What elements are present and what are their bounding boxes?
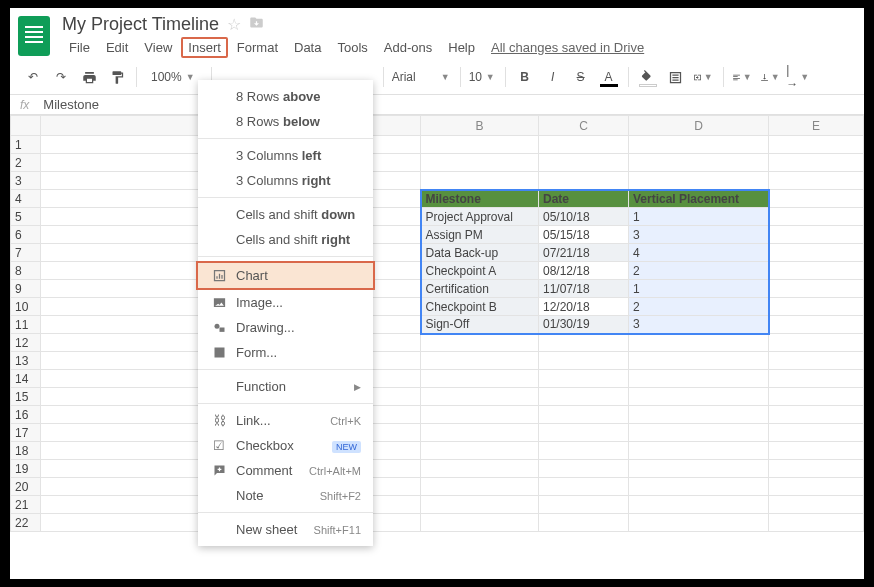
cell[interactable] (629, 352, 769, 370)
sheets-logo[interactable] (18, 16, 50, 56)
cell[interactable] (421, 496, 539, 514)
cell[interactable]: 08/12/18 (539, 262, 629, 280)
row-10[interactable]: 10Checkpoint B12/20/182 (11, 298, 864, 316)
cell[interactable] (769, 190, 864, 208)
valign-icon[interactable]: ▼ (760, 66, 782, 88)
cell[interactable] (629, 460, 769, 478)
paint-format-icon[interactable] (106, 66, 128, 88)
cell[interactable]: 01/30/19 (539, 316, 629, 334)
cell[interactable] (769, 298, 864, 316)
row-7[interactable]: 7Data Back-up07/21/184 (11, 244, 864, 262)
cell[interactable]: 05/15/18 (539, 226, 629, 244)
row-2[interactable]: 2 (11, 154, 864, 172)
cell[interactable] (539, 496, 629, 514)
menu-tools[interactable]: Tools (330, 37, 374, 58)
font-select[interactable]: Arial▼ (392, 70, 452, 84)
row-12[interactable]: 12 (11, 334, 864, 352)
row-22[interactable]: 22 (11, 514, 864, 532)
menu-help[interactable]: Help (441, 37, 482, 58)
cell[interactable] (539, 424, 629, 442)
row-15[interactable]: 15 (11, 388, 864, 406)
column-headers[interactable]: A B C D E (11, 116, 864, 136)
insert-note[interactable]: NoteShift+F2 (198, 483, 373, 508)
cell[interactable] (629, 478, 769, 496)
cell[interactable] (421, 424, 539, 442)
cell[interactable] (769, 334, 864, 352)
row-9[interactable]: 9Certification11/07/181 (11, 280, 864, 298)
cell[interactable] (539, 406, 629, 424)
insert-cells-down[interactable]: Cells and shift down (198, 202, 373, 227)
cell[interactable] (769, 226, 864, 244)
cell[interactable] (421, 460, 539, 478)
menu-edit[interactable]: Edit (99, 37, 135, 58)
move-folder-icon[interactable] (249, 15, 264, 34)
cell[interactable] (769, 352, 864, 370)
redo-icon[interactable]: ↷ (50, 66, 72, 88)
cell[interactable] (769, 262, 864, 280)
cell[interactable]: Checkpoint B (421, 298, 539, 316)
cell[interactable] (769, 244, 864, 262)
cell[interactable] (769, 478, 864, 496)
cell[interactable] (421, 514, 539, 532)
undo-icon[interactable]: ↶ (22, 66, 44, 88)
print-icon[interactable] (78, 66, 100, 88)
borders-icon[interactable] (665, 66, 687, 88)
cell[interactable]: Certification (421, 280, 539, 298)
cell[interactable]: Data Back-up (421, 244, 539, 262)
cell[interactable] (629, 154, 769, 172)
row-3[interactable]: 3 (11, 172, 864, 190)
italic-icon[interactable]: I (542, 66, 564, 88)
menu-format[interactable]: Format (230, 37, 285, 58)
menu-data[interactable]: Data (287, 37, 328, 58)
cell[interactable] (629, 334, 769, 352)
cell[interactable] (539, 460, 629, 478)
row-18[interactable]: 18 (11, 442, 864, 460)
insert-comment[interactable]: CommentCtrl+Alt+M (198, 458, 373, 483)
row-8[interactable]: 8Checkpoint A08/12/182 (11, 262, 864, 280)
star-icon[interactable]: ☆ (227, 15, 241, 34)
cell[interactable] (629, 406, 769, 424)
row-14[interactable]: 14 (11, 370, 864, 388)
cell[interactable] (539, 172, 629, 190)
cell[interactable] (769, 514, 864, 532)
formula-bar[interactable]: fx Milestone (10, 95, 864, 115)
cell[interactable]: 3 (629, 226, 769, 244)
cell[interactable]: 1 (629, 280, 769, 298)
cell[interactable] (629, 496, 769, 514)
cell[interactable]: Milestone (421, 190, 539, 208)
cell[interactable] (539, 352, 629, 370)
cell[interactable]: 2 (629, 298, 769, 316)
insert-rows-above[interactable]: 8 Rows above (198, 84, 373, 109)
cell[interactable]: Date (539, 190, 629, 208)
row-19[interactable]: 19 (11, 460, 864, 478)
cell[interactable] (769, 424, 864, 442)
cell[interactable] (539, 478, 629, 496)
cell[interactable] (421, 388, 539, 406)
row-17[interactable]: 17 (11, 424, 864, 442)
insert-form[interactable]: Form... (198, 340, 373, 365)
cell[interactable]: 11/07/18 (539, 280, 629, 298)
cell[interactable] (769, 280, 864, 298)
cell[interactable] (629, 442, 769, 460)
cell[interactable] (769, 442, 864, 460)
bold-icon[interactable]: B (514, 66, 536, 88)
insert-chart[interactable]: Chart (196, 261, 375, 290)
cell[interactable] (539, 388, 629, 406)
cell[interactable]: 2 (629, 262, 769, 280)
cell[interactable]: 12/20/18 (539, 298, 629, 316)
wrap-icon[interactable]: |→▼ (788, 66, 810, 88)
cell[interactable] (769, 406, 864, 424)
cell[interactable] (629, 514, 769, 532)
cell[interactable] (539, 514, 629, 532)
cell[interactable] (769, 136, 864, 154)
cell[interactable]: 07/21/18 (539, 244, 629, 262)
cell[interactable]: Assign PM (421, 226, 539, 244)
insert-rows-below[interactable]: 8 Rows below (198, 109, 373, 134)
halign-icon[interactable]: ▼ (732, 66, 754, 88)
row-11[interactable]: 11Sign-Off01/30/193 (11, 316, 864, 334)
menu-addons[interactable]: Add-ons (377, 37, 439, 58)
cell[interactable] (421, 406, 539, 424)
insert-link[interactable]: ⛓Link...Ctrl+K (198, 408, 373, 433)
cell[interactable] (421, 154, 539, 172)
cell[interactable] (769, 460, 864, 478)
